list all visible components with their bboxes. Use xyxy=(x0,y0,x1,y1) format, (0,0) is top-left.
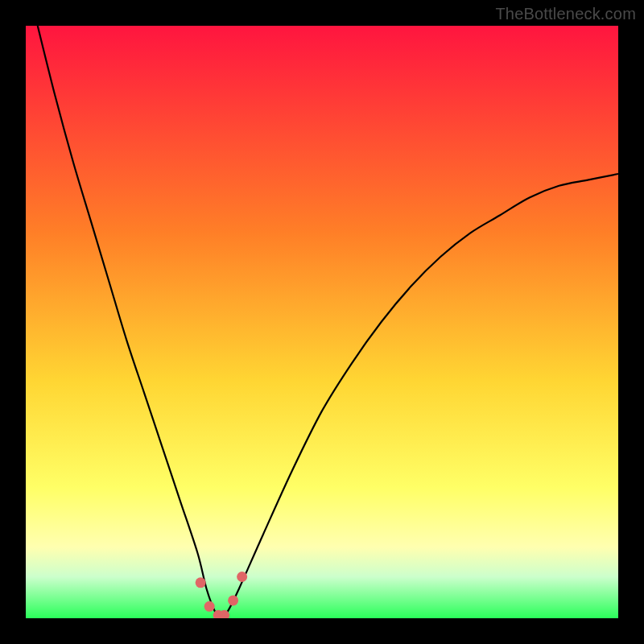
outer-frame: TheBottleneck.com xyxy=(0,0,644,644)
watermark-text: TheBottleneck.com xyxy=(495,5,636,23)
marker-dot xyxy=(196,577,206,588)
marker-dot xyxy=(204,601,215,612)
plot-area xyxy=(26,26,618,618)
marker-dot xyxy=(237,572,247,582)
gradient-background xyxy=(26,26,618,618)
bottleneck-chart xyxy=(26,26,618,618)
marker-dot xyxy=(228,595,238,605)
